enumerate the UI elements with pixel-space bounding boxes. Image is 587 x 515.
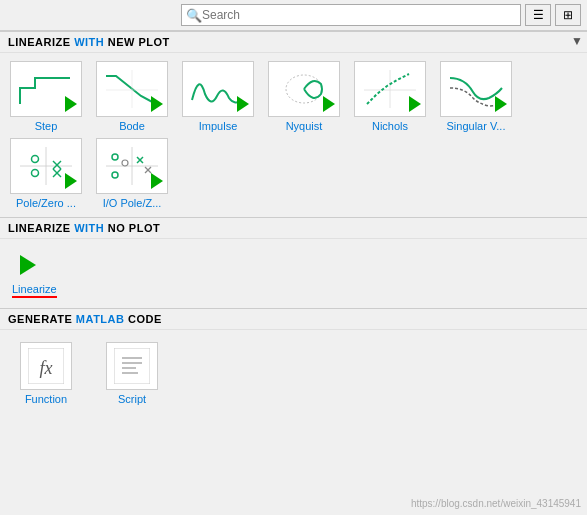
pole-zero-item[interactable]: Pole/Zero ... xyxy=(6,138,86,209)
io-pole-zero-play-arrow xyxy=(151,173,163,189)
function-label: Function xyxy=(25,393,67,405)
script-icon xyxy=(114,348,150,384)
impulse-icon-box xyxy=(182,61,254,117)
singular-v-label: Singular V... xyxy=(447,120,506,132)
script-item[interactable]: Script xyxy=(92,342,172,405)
impulse-play-arrow xyxy=(237,96,249,112)
search-input[interactable] xyxy=(202,8,516,22)
io-pole-zero-item[interactable]: I/O Pole/Z... xyxy=(92,138,172,209)
impulse-label: Impulse xyxy=(199,120,238,132)
top-bar: 🔍 ☰ ⊞ xyxy=(0,0,587,31)
generate-grid: fx Function Script xyxy=(6,338,581,409)
function-item[interactable]: fx Function xyxy=(6,342,86,405)
pole-zero-label: Pole/Zero ... xyxy=(16,197,76,209)
section-header-linearize-new-plot: LINEARIZE WITH NEW PLOT xyxy=(0,31,587,53)
section-header-linearize-no-plot: LINEARIZE WITH NO PLOT xyxy=(0,217,587,239)
svg-rect-32 xyxy=(114,348,150,384)
nyquist-item[interactable]: Nyquist xyxy=(264,61,344,132)
io-pole-zero-label: I/O Pole/Z... xyxy=(103,197,162,209)
watermark: https://blog.csdn.net/weixin_43145941 xyxy=(411,498,581,509)
script-icon-box xyxy=(106,342,158,390)
nichols-play-arrow xyxy=(409,96,421,112)
no-plot-section: Linearize xyxy=(0,239,587,308)
bode-label: Bode xyxy=(119,120,145,132)
search-icon: 🔍 xyxy=(186,8,202,23)
step-icon-box xyxy=(10,61,82,117)
function-icon: fx xyxy=(28,348,64,384)
linearize-label: Linearize xyxy=(12,283,57,298)
section-header-generate: GENERATE MATLAB CODE xyxy=(0,308,587,330)
linearize-new-plot-grid: Step Bode Impulse xyxy=(0,53,587,217)
singular-play-arrow xyxy=(495,96,507,112)
impulse-item[interactable]: Impulse xyxy=(178,61,258,132)
nichols-icon-box xyxy=(354,61,426,117)
nyquist-icon-box xyxy=(268,61,340,117)
bode-icon-box xyxy=(96,61,168,117)
step-item[interactable]: Step xyxy=(6,61,86,132)
nyquist-label: Nyquist xyxy=(286,120,323,132)
function-icon-box: fx xyxy=(20,342,72,390)
generate-section: fx Function Script xyxy=(0,330,587,417)
linearize-play-button[interactable] xyxy=(12,249,44,281)
list-view-button[interactable]: ☰ xyxy=(525,4,551,26)
singular-v-item[interactable]: Singular V... xyxy=(436,61,516,132)
script-label: Script xyxy=(118,393,146,405)
linearize-item[interactable]: Linearize xyxy=(12,249,82,298)
step-play-arrow xyxy=(65,96,77,112)
linearize-play-triangle xyxy=(20,255,36,275)
bode-item[interactable]: Bode xyxy=(92,61,172,132)
svg-text:fx: fx xyxy=(40,358,53,378)
nichols-item[interactable]: Nichols xyxy=(350,61,430,132)
step-label: Step xyxy=(35,120,58,132)
io-pole-zero-icon-box xyxy=(96,138,168,194)
pole-zero-icon-box xyxy=(10,138,82,194)
pole-zero-play-arrow xyxy=(65,173,77,189)
search-box[interactable]: 🔍 xyxy=(181,4,521,26)
grid-view-button[interactable]: ⊞ xyxy=(555,4,581,26)
bode-play-arrow xyxy=(151,96,163,112)
singular-v-icon-box xyxy=(440,61,512,117)
dropdown-arrow[interactable]: ▼ xyxy=(571,34,583,48)
nichols-label: Nichols xyxy=(372,120,408,132)
nyquist-play-arrow xyxy=(323,96,335,112)
